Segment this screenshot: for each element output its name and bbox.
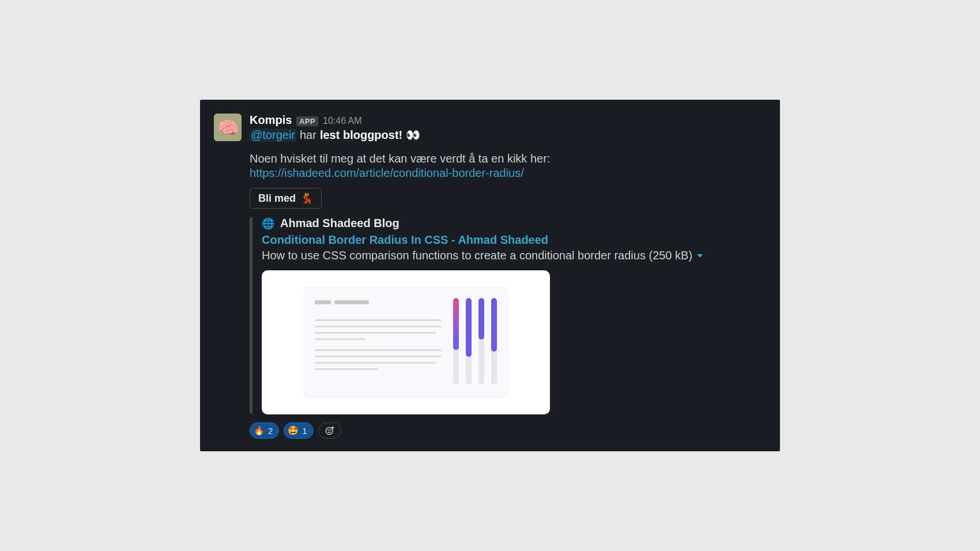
- unfurl-description-text: How to use CSS comparison functions to c…: [262, 249, 692, 262]
- link-unfurl: 🌐 Ahmad Shadeed Blog Conditional Border …: [250, 217, 763, 414]
- collapse-caret-icon[interactable]: [697, 254, 703, 258]
- message-body-link[interactable]: https://ishadeed.com/article/conditional…: [250, 167, 524, 179]
- unfurl-title[interactable]: Conditional Border Radius In CSS - Ahmad…: [262, 233, 763, 247]
- author-name[interactable]: Kompis: [250, 114, 292, 127]
- starstruck-emoji-icon: 🤩: [288, 425, 299, 436]
- join-button-label: Bli med: [258, 193, 296, 205]
- preview-text-placeholder: [315, 300, 442, 384]
- reaction-starstruck[interactable]: 🤩 1: [284, 422, 313, 439]
- reactions-bar: 🔥 2 🤩 1: [250, 422, 763, 439]
- svg-point-1: [328, 430, 329, 431]
- subject-text-bold: lest bloggpost!: [320, 129, 402, 142]
- reaction-count: 1: [302, 426, 307, 436]
- add-reaction-button[interactable]: [318, 422, 341, 439]
- globe-icon: 🌐: [262, 217, 274, 230]
- preview-bars: [453, 300, 497, 384]
- add-reaction-icon: [325, 425, 335, 436]
- reaction-fire[interactable]: 🔥 2: [250, 422, 279, 439]
- join-button[interactable]: Bli med 💃: [250, 188, 322, 209]
- author-avatar[interactable]: 🧠: [214, 114, 242, 141]
- timestamp[interactable]: 10:46 AM: [323, 116, 362, 126]
- preview-graphic: [304, 287, 508, 398]
- reaction-count: 2: [268, 426, 273, 436]
- message-header: Kompis APP 10:46 AM: [250, 114, 763, 127]
- unfurl-source-name: Ahmad Shadeed Blog: [280, 217, 399, 230]
- svg-point-0: [326, 428, 333, 435]
- fire-emoji-icon: 🔥: [254, 425, 265, 436]
- eyes-emoji-icon: 👀: [406, 128, 420, 142]
- slack-message: 🧠 Kompis APP 10:46 AM @torgeir har lest …: [200, 100, 780, 451]
- svg-point-2: [330, 430, 330, 431]
- subject-text-plain: har: [300, 129, 316, 142]
- unfurl-preview-image[interactable]: [262, 270, 550, 414]
- user-mention[interactable]: @torgeir: [250, 129, 296, 142]
- message-content: Kompis APP 10:46 AM @torgeir har lest bl…: [250, 114, 763, 439]
- unfurl-source: 🌐 Ahmad Shadeed Blog: [262, 217, 763, 230]
- app-badge: APP: [296, 116, 318, 126]
- message-body-text: Noen hvisket til meg at det kan være ver…: [250, 152, 763, 165]
- dancer-emoji-icon: 💃: [300, 192, 313, 205]
- unfurl-description: How to use CSS comparison functions to c…: [262, 249, 763, 262]
- message-subject: @torgeir har lest bloggpost! 👀: [250, 128, 763, 142]
